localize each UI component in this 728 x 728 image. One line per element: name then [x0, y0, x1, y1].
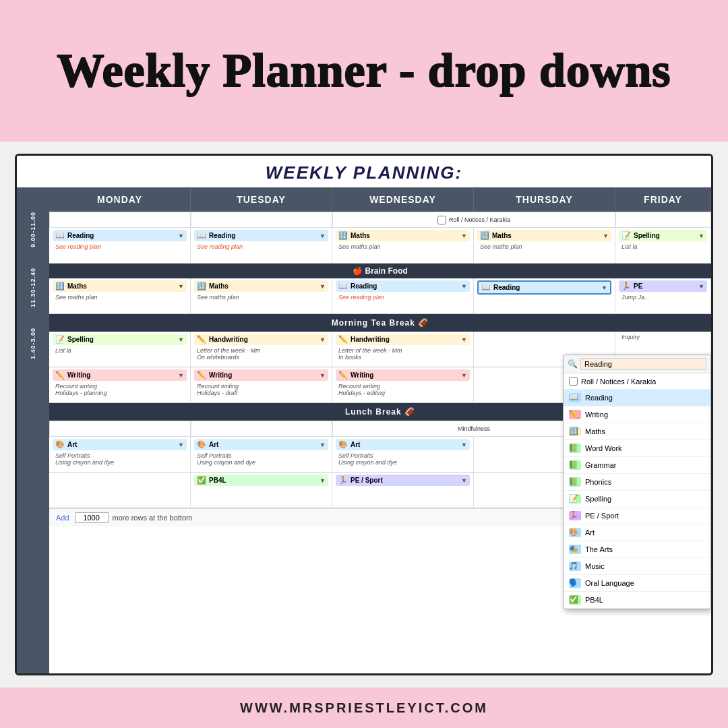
dropdown-arrow-wed4[interactable]: ▼: [461, 372, 467, 379]
writing-dropdown-wed4[interactable]: ✏️ Writing ▼: [336, 369, 470, 381]
pb4l-dropdown-tue6[interactable]: ✅ PB4L ▼: [194, 475, 328, 486]
maths-label-mon2: Maths: [67, 282, 87, 290]
maths-dropdown-mon2[interactable]: 🔢 Maths ▼: [53, 280, 187, 292]
notice-checkbox[interactable]: [437, 216, 446, 224]
dropdown-item-icon-maths: 🔢: [569, 427, 581, 436]
dropdown-item-music[interactable]: 🎵 Music: [564, 558, 710, 575]
header-wednesday: WEDNESDAY: [332, 187, 474, 212]
spelling-dropdown-fri[interactable]: 📝 Spelling ▼: [619, 230, 707, 241]
dropdown-item-label-thearts: The Arts: [585, 545, 613, 553]
dropdown-arrow-mon[interactable]: ▼: [178, 233, 184, 239]
dropdown-item-label-oral: Oral Language: [585, 579, 634, 587]
dropdown-overlay[interactable]: 🔍 Roll / Notices / Karakia 📖 Reading: [563, 355, 711, 609]
dropdown-item-pe[interactable]: 🏃 PE / Sport: [564, 508, 710, 524]
reading-dropdown-wed2[interactable]: 📖 Reading ▼: [336, 280, 470, 292]
inquiry-note-fri3: Inquiry: [619, 334, 707, 340]
dropdown-arrow-wed5[interactable]: ▼: [461, 442, 467, 448]
morning-tea-label: Morning Tea Break 🏈: [332, 318, 429, 328]
dropdown-arrow-mon2[interactable]: ▼: [178, 283, 184, 290]
add-rows-input[interactable]: [75, 512, 109, 523]
block5-wed: 🎨 Art ▼ Self PortraitsUsing crayon and d…: [332, 437, 474, 472]
pe-dropdown-fri2[interactable]: 🏃 PE ▼: [619, 280, 707, 292]
add-rows-suffix: more rows at the bottom: [113, 514, 193, 522]
dropdown-arrow-tue5[interactable]: ▼: [320, 442, 326, 448]
handwriting-dropdown-tue3[interactable]: ✏️ Handwriting ▼: [194, 334, 328, 345]
notice-span: Roll / Notices / Karakia: [332, 212, 615, 228]
dropdown-arrow-wed1[interactable]: ▼: [461, 233, 467, 239]
dropdown-item-roll[interactable]: Roll / Notices / Karakia: [564, 373, 710, 390]
dropdown-item-grammar[interactable]: 📗 Grammar: [564, 457, 710, 474]
dropdown-arrow-tue[interactable]: ▼: [320, 233, 326, 239]
art-dropdown-tue5[interactable]: 🎨 Art ▼: [194, 439, 328, 450]
block5-mon: 🎨 Art ▼ Self PortraitsUsing crayon and d…: [49, 437, 191, 472]
dropdown-arrow-wed6[interactable]: ▼: [461, 477, 467, 484]
dropdown-item-icon-pb4l: ✅: [569, 595, 581, 605]
dropdown-item-pb4l[interactable]: ✅ PB4L: [564, 592, 710, 609]
writing-dropdown-tue4[interactable]: ✏️ Writing ▼: [194, 369, 328, 381]
reading-label-mon: Reading: [67, 232, 94, 239]
dropdown-arrow-tue4[interactable]: ▼: [320, 372, 326, 379]
dropdown-arrow-mon4[interactable]: ▼: [178, 372, 184, 379]
reading-search-input[interactable]: [493, 284, 561, 291]
dropdown-item-label-grammar: Grammar: [585, 461, 616, 469]
time-label-1: 9.00-11.00: [30, 212, 36, 247]
dropdown-arrow-fri1[interactable]: ▼: [698, 233, 704, 239]
dropdown-arrow-wed2[interactable]: ▼: [461, 283, 467, 290]
art-dropdown-mon5[interactable]: 🎨 Art ▼: [53, 439, 187, 450]
dropdown-item-phonics[interactable]: 📗 Phonics: [564, 474, 710, 491]
maths-dropdown-thu[interactable]: 🔢 Maths ▼: [477, 230, 611, 241]
dropdown-item-reading[interactable]: 📖 Reading: [564, 390, 710, 406]
spelling-note-mon3: List la: [53, 347, 187, 354]
block4-tue: ✏️ Writing ▼ Recount writingHolidays - d…: [191, 367, 332, 402]
dropdown-arrow-thu1[interactable]: ▼: [603, 233, 609, 239]
writing-icon-wed4: ✏️: [338, 371, 348, 380]
mindfulness-mon: [49, 421, 191, 437]
maths-icon-thu: 🔢: [480, 231, 489, 240]
dropdown-arrow-tue3[interactable]: ▼: [320, 336, 326, 343]
reading-label-wed2: Reading: [351, 282, 377, 290]
handwriting-dropdown-wed3[interactable]: ✏️ Handwriting ▼: [336, 334, 470, 345]
dropdown-arrow-tue6[interactable]: ▼: [320, 477, 326, 484]
spelling-dropdown-mon3[interactable]: 📝 Spelling ▼: [53, 334, 187, 345]
dropdown-item-label-phonics: Phonics: [585, 478, 611, 486]
dropdown-item-oral[interactable]: 🗣️ Oral Language: [564, 575, 710, 592]
pe-icon-fri2: 🏃: [621, 282, 631, 291]
dropdown-arrow-thu2[interactable]: ▼: [601, 284, 607, 291]
maths-dropdown-tue2[interactable]: 🔢 Maths ▼: [194, 280, 328, 292]
block4-wed: ✏️ Writing ▼ Recount writingHolidays - e…: [332, 367, 474, 402]
time-label-2: 11.30-12.40: [30, 268, 36, 307]
writing-note-tue4: Recount writingHolidays - draft: [194, 383, 328, 396]
dropdown-item-maths[interactable]: 🔢 Maths: [564, 423, 710, 440]
art-note-wed5: Self PortraitsUsing crayon and dye: [336, 452, 470, 466]
reading-label-tue: Reading: [209, 232, 235, 239]
dropdown-search-input[interactable]: [580, 358, 706, 370]
header-friday: FRIDAY: [615, 187, 711, 212]
dropdown-item-thearts[interactable]: 🎭 The Arts: [564, 541, 710, 558]
dropdown-arrow-fri2[interactable]: ▼: [698, 283, 704, 290]
reading-icon-wed2: 📖: [338, 282, 348, 291]
reading-dropdown-tue[interactable]: 📖 Reading ▼: [194, 230, 328, 241]
dropdown-item-art[interactable]: 🎨 Art: [564, 524, 710, 541]
art-dropdown-wed5[interactable]: 🎨 Art ▼: [336, 439, 470, 450]
dropdown-arrow-mon3[interactable]: ▼: [178, 336, 184, 343]
art-label-tue5: Art: [209, 441, 218, 448]
reading-dropdown-mon[interactable]: 📖 Reading ▼: [53, 230, 187, 241]
block3-wed: ✏️ Handwriting ▼ Letter of the week - Mm…: [332, 332, 474, 367]
maths-icon-mon2: 🔢: [55, 282, 65, 291]
dropdown-item-wordwork[interactable]: 📗 Word Work: [564, 440, 710, 457]
dropdown-item-writing[interactable]: ✏️ Writing: [564, 406, 710, 423]
writing-icon-tue4: ✏️: [197, 371, 206, 380]
dropdown-item-spelling[interactable]: 📝 Spelling: [564, 491, 710, 508]
pe-dropdown-wed6[interactable]: 🏃 PE / Sport ▼: [336, 475, 470, 486]
writing-label-wed4: Writing: [351, 371, 373, 379]
reading-dropdown-thu2[interactable]: 📖 ▼: [477, 280, 611, 295]
maths-dropdown-wed[interactable]: 🔢 Maths ▼: [336, 230, 470, 241]
writing-note-wed4: Recount writingHolidays - editing: [336, 383, 470, 396]
dropdown-arrow-tue2[interactable]: ▼: [320, 283, 326, 290]
writing-dropdown-mon4[interactable]: ✏️ Writing ▼: [53, 369, 187, 381]
dropdown-checkbox-roll[interactable]: [569, 377, 578, 386]
add-button[interactable]: Add: [56, 514, 69, 522]
header-thursday: THURSDAY: [474, 187, 615, 212]
dropdown-arrow-mon5[interactable]: ▼: [178, 442, 184, 448]
dropdown-arrow-wed3[interactable]: ▼: [461, 336, 467, 343]
